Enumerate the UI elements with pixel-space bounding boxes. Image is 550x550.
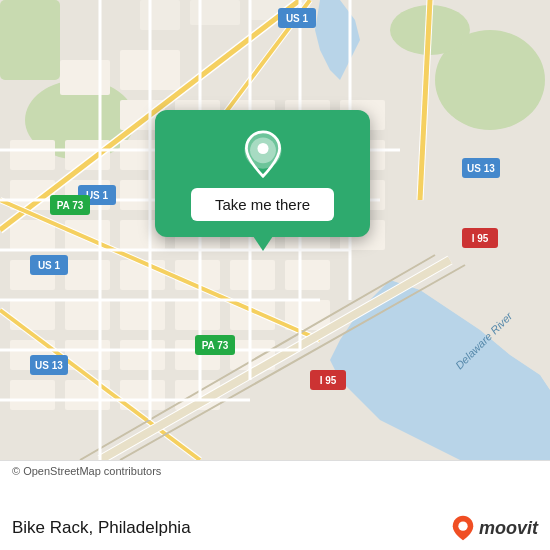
svg-text:I 95: I 95 (320, 375, 337, 386)
bottom-bar: © OpenStreetMap contributors Bike Rack, … (0, 460, 550, 550)
map-container: US 1 US 1 US 1 US 13 US 13 PA 73 PA 73 I… (0, 0, 550, 460)
moovit-pin-icon (449, 514, 477, 542)
svg-rect-10 (60, 60, 110, 95)
location-pin-icon (239, 130, 287, 178)
svg-rect-22 (65, 260, 110, 290)
svg-rect-6 (0, 0, 60, 80)
svg-rect-14 (10, 220, 55, 250)
location-name: Bike Rack, Philadelphia (12, 518, 191, 538)
map-attribution: © OpenStreetMap contributors (12, 465, 538, 477)
svg-text:PA 73: PA 73 (57, 200, 84, 211)
svg-text:US 13: US 13 (467, 163, 495, 174)
location-row: Bike Rack, Philadelphia moovit (12, 514, 538, 542)
svg-rect-23 (65, 300, 110, 330)
svg-rect-7 (140, 0, 180, 30)
svg-rect-18 (10, 380, 55, 410)
svg-point-107 (458, 521, 467, 530)
svg-text:US 1: US 1 (286, 13, 309, 24)
svg-rect-53 (285, 260, 330, 290)
moovit-logo: moovit (449, 514, 538, 542)
svg-point-106 (257, 143, 268, 154)
svg-rect-32 (120, 340, 165, 370)
svg-rect-39 (175, 300, 220, 330)
svg-rect-8 (190, 0, 240, 25)
svg-rect-12 (10, 140, 55, 170)
svg-rect-46 (230, 260, 275, 290)
svg-text:I 95: I 95 (472, 233, 489, 244)
svg-text:PA 73: PA 73 (202, 340, 229, 351)
take-me-there-button[interactable]: Take me there (191, 188, 334, 221)
svg-rect-31 (120, 300, 165, 330)
location-popup: Take me there (155, 110, 370, 237)
moovit-brand-label: moovit (479, 518, 538, 539)
svg-text:US 1: US 1 (38, 260, 61, 271)
svg-text:US 13: US 13 (35, 360, 63, 371)
